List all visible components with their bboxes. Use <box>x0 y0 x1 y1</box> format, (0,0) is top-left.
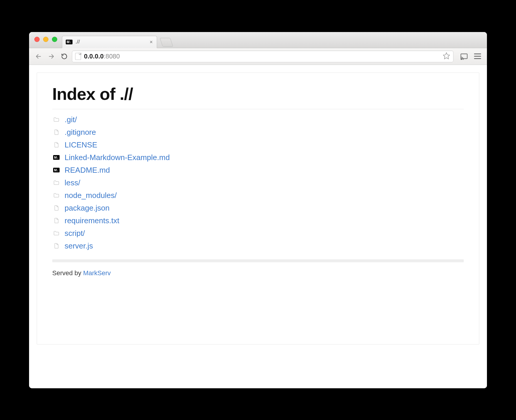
listing-item: script/ <box>52 227 464 240</box>
listing-item: LICENSE <box>52 139 464 151</box>
address-bar[interactable]: 0.0.0.0:8080 <box>72 51 453 62</box>
file-icon <box>52 142 60 148</box>
listing-link[interactable]: .git/ <box>65 115 77 124</box>
folder-icon <box>52 116 60 123</box>
browser-window: M↓ .// × 0.0.0.0:8080 <box>29 32 487 388</box>
markdown-icon: M↓ <box>52 155 60 160</box>
listing-item: less/ <box>52 177 464 189</box>
listing-link[interactable]: script/ <box>65 229 85 238</box>
listing-link[interactable]: LICENSE <box>65 140 97 149</box>
viewport[interactable]: Index of .// .git/.gitignoreLICENSEM↓Lin… <box>29 65 487 388</box>
file-icon <box>52 205 60 211</box>
back-button[interactable] <box>33 51 44 62</box>
site-info-icon[interactable] <box>75 53 81 60</box>
markdown-badge-icon: M↓ <box>66 40 72 44</box>
page-content: Index of .// .git/.gitignoreLICENSEM↓Lin… <box>37 73 479 345</box>
page-title: Index of .// <box>52 84 464 109</box>
url-port: :8080 <box>104 53 120 60</box>
listing-link[interactable]: Linked-Markdown-Example.md <box>65 153 170 162</box>
listing-link[interactable]: README.md <box>65 166 110 175</box>
toolbar: 0.0.0.0:8080 <box>29 48 487 65</box>
new-tab-button[interactable] <box>160 38 173 47</box>
directory-listing: .git/.gitignoreLICENSEM↓Linked-Markdown-… <box>52 113 464 252</box>
listing-link[interactable]: .gitignore <box>65 128 96 137</box>
listing-item: .gitignore <box>52 126 464 139</box>
minimize-window-button[interactable] <box>43 37 48 42</box>
folder-icon <box>52 192 60 199</box>
titlebar: M↓ .// × <box>29 32 487 48</box>
tab-close-button[interactable]: × <box>149 39 154 45</box>
file-icon <box>52 243 60 249</box>
listing-item: M↓Linked-Markdown-Example.md <box>52 151 464 164</box>
toolbar-right <box>459 51 483 62</box>
footer: Served by MarkServ <box>52 269 464 277</box>
folder-icon <box>52 179 60 186</box>
zoom-window-button[interactable] <box>52 37 57 42</box>
tab-title: .// <box>75 39 149 45</box>
listing-link[interactable]: package.json <box>65 204 109 213</box>
hamburger-menu-icon[interactable] <box>472 51 483 62</box>
listing-item: M↓README.md <box>52 164 464 177</box>
listing-item: node_modules/ <box>52 189 464 202</box>
markserv-link[interactable]: MarkServ <box>83 269 111 277</box>
close-window-button[interactable] <box>34 37 40 42</box>
listing-item: server.js <box>52 240 464 252</box>
markdown-icon: M↓ <box>52 168 60 172</box>
bookmark-star-icon[interactable] <box>443 52 450 61</box>
listing-link[interactable]: requirements.txt <box>65 216 119 225</box>
listing-item: .git/ <box>52 113 464 126</box>
separator <box>52 259 464 262</box>
listing-item: requirements.txt <box>52 214 464 227</box>
svg-point-4 <box>461 59 461 59</box>
listing-item: package.json <box>52 202 464 214</box>
file-icon <box>52 129 60 135</box>
cast-icon[interactable] <box>459 51 469 62</box>
url-host: 0.0.0.0 <box>84 53 104 60</box>
listing-link[interactable]: server.js <box>65 241 93 251</box>
svg-marker-2 <box>443 53 450 59</box>
browser-tab[interactable]: M↓ .// × <box>62 36 157 48</box>
footer-prefix: Served by <box>52 269 83 277</box>
listing-link[interactable]: node_modules/ <box>65 191 117 200</box>
reload-button[interactable] <box>59 51 70 62</box>
forward-button[interactable] <box>46 51 57 62</box>
svg-rect-3 <box>461 54 467 58</box>
file-icon <box>52 217 60 224</box>
url-text: 0.0.0.0:8080 <box>84 53 120 60</box>
folder-icon <box>52 230 60 236</box>
listing-link[interactable]: less/ <box>65 178 80 187</box>
window-controls <box>34 37 57 42</box>
